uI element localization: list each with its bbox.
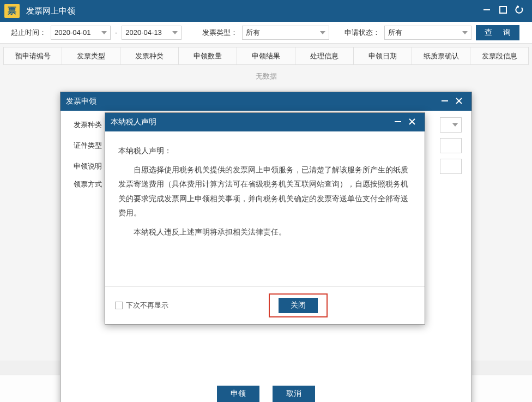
apply-status-label: 申请状态： [344,28,380,38]
window-title: 发票网上申领 [26,6,479,16]
label-id-type: 证件类型 [70,141,102,151]
dropdown-icon [462,31,468,34]
dialog-declare-titlebar: 本纳税人声明 [105,113,425,131]
dialog-apply-close[interactable] [452,97,466,107]
dont-show-again-checkbox[interactable]: 下次不再显示 [115,301,168,310]
dropdown-icon [320,31,325,34]
apply-status-select[interactable]: 所有 [384,26,471,40]
dialog-apply-titlebar: 发票申领 [61,92,471,111]
invoice-type-select[interactable]: 所有 [242,26,329,40]
filter-bar: 起止时间： 2020-04-01 - 2020-04-13 发票类型： 所有 申… [0,22,532,44]
dialog-declare-close-x[interactable] [405,117,419,128]
label-apply-note: 申领说明 [70,161,102,171]
declare-p2: 自愿选择使用税务机关提供的发票网上申领服务，已清楚了解该服务所产生的纸质发票寄送… [118,163,412,220]
col-invoice-type: 发票类型 [62,47,120,65]
query-button[interactable]: 查 询 [476,25,519,40]
declare-p3: 本纳税人违反上述声明将承担相关法律责任。 [118,225,412,239]
dialog-declare-close-button[interactable]: 关闭 [279,298,318,313]
invoice-type-value: 所有 [246,28,260,38]
dialog-declare-minimize[interactable] [391,117,405,128]
dropdown-icon [172,31,178,34]
window-titlebar: 票 发票网上申领 [0,0,532,22]
dialog-declare-title: 本纳税人声明 [111,117,391,127]
checkbox-label: 下次不再显示 [126,301,168,310]
dialog-apply-submit[interactable]: 申领 [217,386,259,402]
dialog-declare-footer: 下次不再显示 关闭 [105,286,425,324]
back-button[interactable] [511,5,528,17]
col-apply-date: 申领日期 [354,47,412,65]
invoice-type-label: 发票类型： [202,28,238,38]
label-invoice-kind: 发票种类 [70,120,102,130]
col-preapply-no: 预申请编号 [4,47,62,65]
date-from-value: 2020-04-01 [55,28,91,37]
dialog-declare-body: 本纳税人声明： 自愿选择使用税务机关提供的发票网上申领服务，已清楚了解该服务所产… [105,131,425,286]
col-process-info: 处理信息 [295,47,354,65]
date-to-input[interactable]: 2020-04-13 [122,26,182,40]
date-range-label: 起止时间： [11,28,46,38]
close-button-highlight: 关闭 [269,293,328,317]
dialog-apply-title: 发票申领 [66,97,438,106]
declare-p1: 本纳税人声明： [118,143,412,158]
apply-status-value: 所有 [388,28,402,38]
minimize-button[interactable] [479,5,495,17]
select-right-1[interactable] [440,117,462,133]
app-logo: 票 [4,4,20,18]
date-from-input[interactable]: 2020-04-01 [51,26,111,40]
no-data-text: 无数据 [3,65,529,88]
dropdown-icon [101,31,107,34]
maximize-button[interactable] [495,5,511,17]
dropdown-icon [452,123,458,127]
col-paper-confirm: 纸质票确认 [412,47,470,65]
label-receive-method: 领票方式 [70,179,102,189]
svg-rect-1 [500,7,506,13]
dialog-apply-cancel[interactable]: 取消 [273,386,315,402]
input-right-2[interactable] [440,138,462,153]
col-segment-info: 发票段信息 [470,47,529,65]
col-apply-result: 申领结果 [237,47,295,65]
date-to-value: 2020-04-13 [125,28,162,37]
col-apply-qty: 申领数量 [179,47,237,65]
input-right-3[interactable] [440,159,462,174]
checkbox-box [115,302,123,309]
dialog-apply-minimize[interactable] [438,97,452,107]
results-table: 预申请编号 发票类型 发票种类 申领数量 申领结果 处理信息 申领日期 纸质票确… [3,47,529,65]
dialog-taxpayer-declaration: 本纳税人声明 本纳税人声明： 自愿选择使用税务机关提供的发票网上申领服务，已清楚… [105,112,425,325]
col-invoice-kind: 发票种类 [120,47,179,65]
